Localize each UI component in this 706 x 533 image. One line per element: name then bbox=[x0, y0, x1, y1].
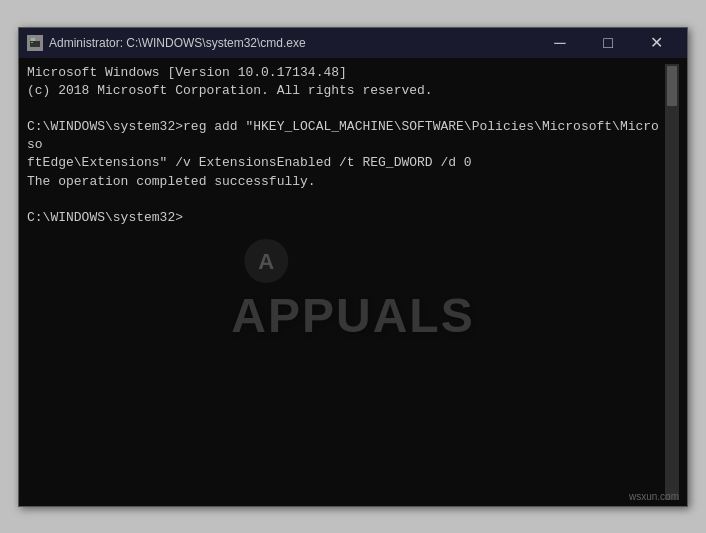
console-line-5: ftEdge\Extensions" /v ExtensionsEnabled … bbox=[27, 155, 472, 170]
svg-rect-3 bbox=[31, 42, 33, 43]
close-button[interactable]: ✕ bbox=[633, 28, 679, 58]
cmd-window: Administrator: C:\WINDOWS\system32\cmd.e… bbox=[18, 27, 688, 507]
svg-rect-2 bbox=[30, 41, 40, 47]
console-line-4: C:\WINDOWS\system32>reg add "HKEY_LOCAL_… bbox=[27, 119, 659, 152]
console-line-6: The operation completed successfully. bbox=[27, 174, 316, 189]
minimize-button[interactable]: ─ bbox=[537, 28, 583, 58]
credit-text: wsxun.com bbox=[629, 491, 679, 502]
window-title: Administrator: C:\WINDOWS\system32\cmd.e… bbox=[49, 36, 306, 50]
title-bar: Administrator: C:\WINDOWS\system32\cmd.e… bbox=[19, 28, 687, 58]
title-controls: ─ □ ✕ bbox=[537, 28, 679, 58]
svg-rect-1 bbox=[31, 38, 35, 41]
console-line-2: (c) 2018 Microsoft Corporation. All righ… bbox=[27, 83, 433, 98]
title-bar-left: Administrator: C:\WINDOWS\system32\cmd.e… bbox=[27, 35, 306, 51]
scrollbar-thumb[interactable] bbox=[667, 66, 677, 106]
console-output: Microsoft Windows [Version 10.0.17134.48… bbox=[27, 64, 665, 500]
console-body[interactable]: Microsoft Windows [Version 10.0.17134.48… bbox=[19, 58, 687, 506]
window-icon bbox=[27, 35, 43, 51]
scrollbar[interactable] bbox=[665, 64, 679, 500]
console-line-1: Microsoft Windows [Version 10.0.17134.48… bbox=[27, 65, 347, 80]
console-line-8: C:\WINDOWS\system32> bbox=[27, 210, 183, 225]
maximize-button[interactable]: □ bbox=[585, 28, 631, 58]
